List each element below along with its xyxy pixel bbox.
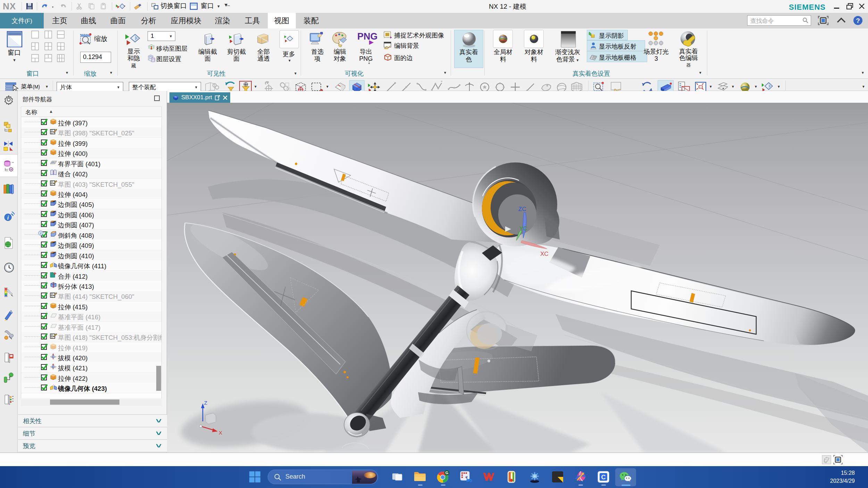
svg-text:?: ?	[856, 17, 860, 24]
svg-text:XC: XC	[540, 251, 549, 257]
svg-text:C: C	[601, 474, 606, 481]
svg-text:Z: Z	[204, 400, 207, 406]
svg-text:X: X	[219, 430, 222, 436]
svg-text:G: G	[445, 471, 449, 475]
svg-text:ZC: ZC	[518, 206, 526, 212]
svg-text:i: i	[7, 215, 9, 221]
